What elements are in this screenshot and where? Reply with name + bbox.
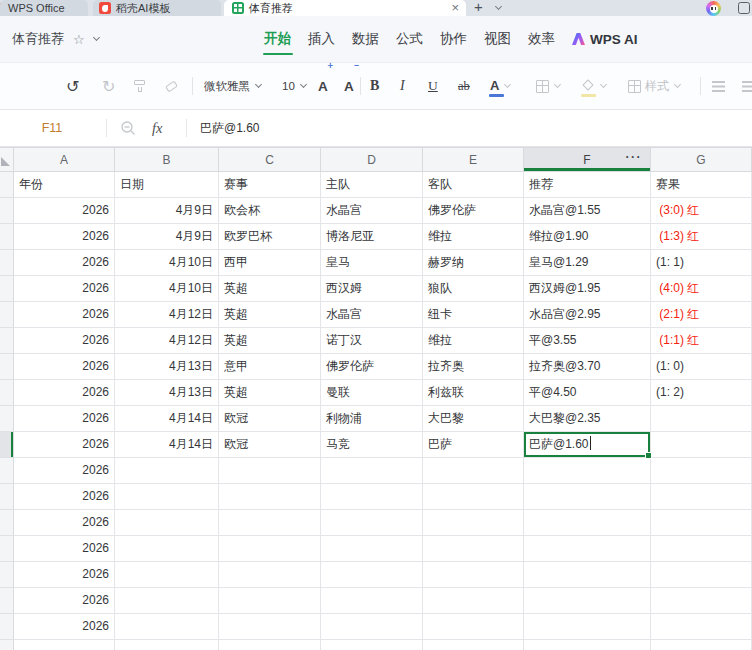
row-header-8[interactable]: 8 (0, 354, 14, 380)
cell-F5[interactable]: 西汉姆@1.95 (524, 276, 651, 302)
zoom-out-icon[interactable] (120, 120, 136, 136)
cell-D5[interactable]: 西汉姆 (321, 276, 423, 302)
cell-B18[interactable] (115, 614, 219, 640)
row-header-16[interactable]: 16 (0, 562, 14, 588)
cell-E5[interactable]: 狼队 (423, 276, 524, 302)
row-header-6[interactable]: 6 (0, 302, 14, 328)
cell-G18[interactable] (651, 614, 752, 640)
formula-bar-value[interactable]: 巴萨@1.60 (200, 110, 260, 146)
cell-C6[interactable]: 英超 (219, 302, 321, 328)
cell-C3[interactable]: 欧罗巴杯 (219, 224, 321, 250)
cell-B2[interactable]: 4月9日 (115, 198, 219, 224)
close-tab-icon[interactable]: × (451, 0, 459, 16)
cell-D14[interactable] (321, 510, 423, 536)
cell-C13[interactable] (219, 484, 321, 510)
cell-A2[interactable]: 2026 (14, 198, 115, 224)
cell-C8[interactable]: 意甲 (219, 354, 321, 380)
cell-C4[interactable]: 西甲 (219, 250, 321, 276)
cell-B15[interactable] (115, 536, 219, 562)
cell-B8[interactable]: 4月13日 (115, 354, 219, 380)
new-tab-button[interactable]: + (474, 0, 483, 15)
cell-B19[interactable] (115, 640, 219, 650)
cell-B12[interactable] (115, 458, 219, 484)
cell-C9[interactable]: 英超 (219, 380, 321, 406)
undo-button[interactable]: ↺ (66, 63, 79, 109)
cell-C18[interactable] (219, 614, 321, 640)
column-header-A[interactable]: A (14, 148, 115, 172)
cell-C19[interactable] (219, 640, 321, 650)
cell-A17[interactable]: 2026 (14, 588, 115, 614)
strikethrough-button[interactable]: ab (458, 63, 470, 109)
cell-C7[interactable]: 英超 (219, 328, 321, 354)
cell-D6[interactable]: 水晶宫 (321, 302, 423, 328)
cell-E10[interactable]: 大巴黎 (423, 406, 524, 432)
column-header-B[interactable]: B (115, 148, 219, 172)
cell-B6[interactable]: 4月12日 (115, 302, 219, 328)
cell-E18[interactable] (423, 614, 524, 640)
cell-A8[interactable]: 2026 (14, 354, 115, 380)
cell-B5[interactable]: 4月10日 (115, 276, 219, 302)
cell-A19[interactable] (14, 640, 115, 650)
cell-G4[interactable]: (1: 1) (651, 250, 752, 276)
cell-D10[interactable]: 利物浦 (321, 406, 423, 432)
cell-A3[interactable]: 2026 (14, 224, 115, 250)
cell-B14[interactable] (115, 510, 219, 536)
cell-G15[interactable] (651, 536, 752, 562)
cell-F19[interactable] (524, 640, 651, 650)
cell-A18[interactable]: 2026 (14, 614, 115, 640)
cell-F7[interactable]: 平@3.55 (524, 328, 651, 354)
user-avatar[interactable] (706, 1, 721, 16)
cell-B3[interactable]: 4月9日 (115, 224, 219, 250)
cell-B7[interactable]: 4月12日 (115, 328, 219, 354)
cell-D1[interactable]: 主队 (321, 172, 423, 198)
cell-E16[interactable] (423, 562, 524, 588)
row-header-3[interactable]: 3 (0, 224, 14, 250)
cell-F12[interactable] (524, 458, 651, 484)
clear-format-button[interactable] (166, 63, 177, 109)
cell-D7[interactable]: 诺丁汉 (321, 328, 423, 354)
format-painter-button[interactable] (134, 63, 146, 109)
cell-E4[interactable]: 赫罗纳 (423, 250, 524, 276)
cell-C14[interactable] (219, 510, 321, 536)
cell-F13[interactable] (524, 484, 651, 510)
fill-color-button[interactable] (582, 63, 606, 109)
cell-F10[interactable]: 大巴黎@2.35 (524, 406, 651, 432)
cell-C5[interactable]: 英超 (219, 276, 321, 302)
cell-A6[interactable]: 2026 (14, 302, 115, 328)
cell-F8[interactable]: 拉齐奥@3.70 (524, 354, 651, 380)
cell-B11[interactable]: 4月14日 (115, 432, 219, 458)
menu-view[interactable]: 视图 (484, 30, 511, 48)
cell-D19[interactable] (321, 640, 423, 650)
cell-B10[interactable]: 4月14日 (115, 406, 219, 432)
cell-F14[interactable] (524, 510, 651, 536)
menu-data[interactable]: 数据 (352, 30, 379, 48)
cell-D18[interactable] (321, 614, 423, 640)
row-header-13[interactable]: 13 (0, 484, 14, 510)
cell-A1[interactable]: 年份 (14, 172, 115, 198)
align-middle-button[interactable] (742, 63, 752, 109)
cell-style-button[interactable]: 样式 (628, 63, 680, 109)
cell-A13[interactable]: 2026 (14, 484, 115, 510)
row-header-4[interactable]: 4 (0, 250, 14, 276)
cell-G9[interactable]: (1: 2) (651, 380, 752, 406)
tab-document-active[interactable]: 体育推荐 × (224, 0, 466, 16)
redo-button[interactable]: ↻ (102, 63, 115, 109)
row-header-14[interactable]: 14 (0, 510, 14, 536)
cell-E3[interactable]: 维拉 (423, 224, 524, 250)
cell-G13[interactable] (651, 484, 752, 510)
column-header-G[interactable]: G (651, 148, 752, 172)
cell-D17[interactable] (321, 588, 423, 614)
cell-D3[interactable]: 博洛尼亚 (321, 224, 423, 250)
cell-D11[interactable]: 马竞 (321, 432, 423, 458)
cell-G16[interactable] (651, 562, 752, 588)
cell-B16[interactable] (115, 562, 219, 588)
cell-G2[interactable]: (3:0) 红 (651, 198, 752, 224)
tab-wps-office[interactable]: WPS Office (0, 0, 88, 16)
cell-D2[interactable]: 水晶宫 (321, 198, 423, 224)
star-favorite-icon[interactable]: ☆ (73, 32, 85, 47)
cell-A11[interactable]: 2026 (14, 432, 115, 458)
cell-B4[interactable]: 4月10日 (115, 250, 219, 276)
cell-G14[interactable] (651, 510, 752, 536)
cell-A15[interactable]: 2026 (14, 536, 115, 562)
row-header-1[interactable]: 1 (0, 172, 14, 198)
